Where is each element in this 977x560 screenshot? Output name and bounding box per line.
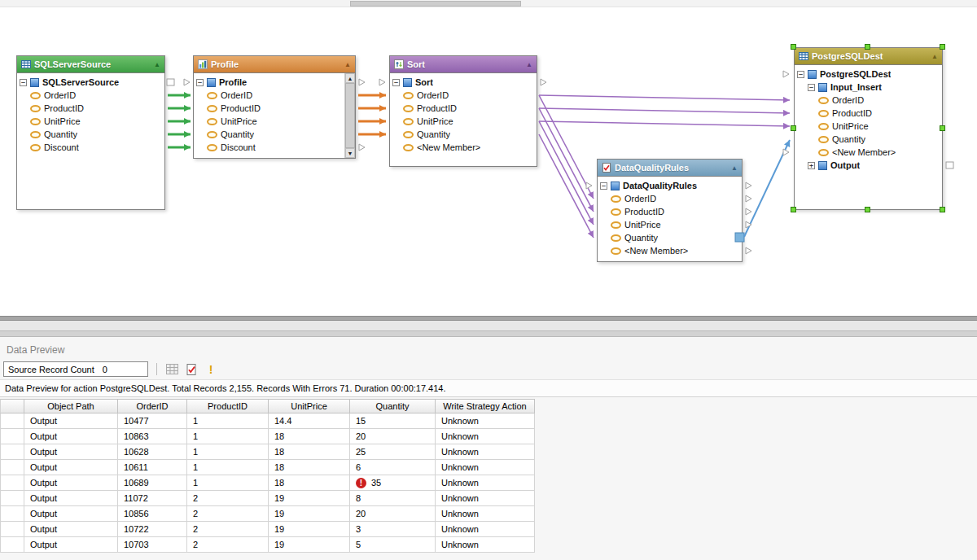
- table-cell[interactable]: Unknown: [436, 522, 535, 537]
- table-row[interactable]: Output10689118!35Unknown: [0, 475, 977, 491]
- collapse-arrow-icon[interactable]: ▲: [526, 61, 532, 68]
- table-cell[interactable]: 2: [187, 522, 269, 537]
- row-indicator-cell[interactable]: [0, 491, 24, 506]
- tree-row[interactable]: <New Member>: [598, 244, 742, 257]
- table-cell[interactable]: 2: [187, 491, 269, 506]
- table-cell[interactable]: 20: [350, 429, 436, 444]
- tree-row[interactable]: OrderID: [598, 192, 742, 205]
- scroll-up-icon[interactable]: ▲: [345, 73, 355, 83]
- table-cell[interactable]: Output: [24, 413, 118, 429]
- row-indicator-cell[interactable]: [0, 444, 24, 460]
- table-cell[interactable]: 1: [187, 429, 269, 444]
- node-header[interactable]: PostgreSQLDest ▲: [795, 48, 942, 65]
- tree-row[interactable]: UnitPrice: [390, 115, 537, 128]
- table-cell[interactable]: Unknown: [436, 506, 535, 522]
- scroll-thumb[interactable]: [345, 83, 355, 148]
- collapse-arrow-icon[interactable]: ▲: [931, 53, 938, 60]
- tree-row[interactable]: UnitPrice: [194, 115, 355, 128]
- tree-row[interactable]: OrderID: [795, 94, 942, 107]
- table-cell[interactable]: Unknown: [436, 460, 535, 475]
- node-profile[interactable]: Profile ▲ −ProfileOrderIDProductIDUnitPr…: [193, 55, 356, 159]
- table-cell[interactable]: 1: [187, 413, 269, 429]
- table-row[interactable]: Output1086311820Unknown: [0, 429, 977, 444]
- row-indicator-cell[interactable]: [0, 413, 24, 429]
- selection-handle[interactable]: [865, 207, 870, 212]
- table-cell[interactable]: 14.4: [269, 413, 350, 429]
- table-cell[interactable]: 18: [269, 475, 350, 491]
- tree-row[interactable]: <New Member>: [390, 141, 537, 154]
- grid-view-button[interactable]: [164, 361, 180, 378]
- collapse-arrow-icon[interactable]: ▲: [154, 61, 160, 68]
- collapse-box-icon[interactable]: −: [196, 79, 204, 86]
- row-indicator-cell[interactable]: [0, 506, 24, 522]
- data-quality-mode-button[interactable]: [183, 361, 199, 378]
- selection-handle[interactable]: [791, 207, 796, 212]
- tree-row[interactable]: ProductID: [598, 205, 742, 218]
- tree-row[interactable]: +Output: [795, 159, 942, 172]
- canvas-horizontal-scrollbar[interactable]: [0, 0, 977, 7]
- table-cell[interactable]: !35: [350, 475, 436, 491]
- table-cell[interactable]: 3: [350, 522, 436, 537]
- tree-row[interactable]: −DataQualityRules: [598, 179, 742, 192]
- tree-row[interactable]: UnitPrice: [17, 115, 164, 128]
- collapse-box-icon[interactable]: −: [392, 79, 400, 86]
- table-cell[interactable]: 19: [269, 522, 350, 537]
- table-cell[interactable]: Unknown: [436, 429, 535, 444]
- table-cell[interactable]: 1: [187, 475, 269, 491]
- tree-row[interactable]: UnitPrice: [795, 120, 942, 133]
- tree-row[interactable]: ProductID: [795, 107, 942, 120]
- column-header-orderid[interactable]: OrderID: [118, 399, 187, 413]
- tree-row[interactable]: Discount: [17, 141, 164, 154]
- tree-row[interactable]: −Input_Insert: [795, 81, 942, 94]
- table-cell[interactable]: 18: [269, 460, 350, 475]
- tree-row[interactable]: −Sort: [390, 76, 537, 89]
- table-cell[interactable]: 5: [350, 537, 436, 553]
- table-cell[interactable]: 10703: [118, 537, 187, 553]
- table-cell[interactable]: 10628: [118, 444, 187, 460]
- collapse-arrow-icon[interactable]: ▲: [344, 61, 351, 68]
- node-header[interactable]: DataQualityRules ▲: [598, 160, 742, 177]
- selection-handle[interactable]: [791, 125, 796, 131]
- tree-row[interactable]: UnitPrice: [598, 218, 742, 231]
- tree-row[interactable]: Quantity: [390, 128, 537, 141]
- table-cell[interactable]: Output: [24, 491, 118, 506]
- column-header-object-path[interactable]: Object Path: [24, 399, 118, 413]
- tree-row[interactable]: OrderID: [194, 89, 355, 102]
- table-cell[interactable]: 2: [187, 537, 269, 553]
- selection-handle[interactable]: [791, 44, 796, 50]
- tree-row[interactable]: Quantity: [17, 128, 164, 141]
- tree-row[interactable]: OrderID: [390, 89, 537, 102]
- table-cell[interactable]: Unknown: [436, 537, 535, 553]
- table-row[interactable]: Output107032195Unknown: [0, 537, 977, 553]
- table-row[interactable]: Output1062811825Unknown: [0, 444, 977, 460]
- table-cell[interactable]: 2: [187, 506, 269, 522]
- collapse-arrow-icon[interactable]: ▲: [731, 164, 738, 172]
- table-cell[interactable]: Unknown: [436, 444, 535, 460]
- selection-handle[interactable]: [940, 125, 945, 131]
- tree-row[interactable]: −Profile: [194, 76, 355, 89]
- table-cell[interactable]: Output: [24, 506, 118, 522]
- table-cell[interactable]: 19: [269, 491, 350, 506]
- table-cell[interactable]: 10863: [118, 429, 187, 444]
- column-header-productid[interactable]: ProductID: [187, 399, 269, 413]
- selection-handle[interactable]: [940, 207, 945, 212]
- table-row[interactable]: Output107222193Unknown: [0, 522, 977, 537]
- table-cell[interactable]: 20: [350, 506, 436, 522]
- table-cell[interactable]: 10856: [118, 506, 187, 522]
- tree-row[interactable]: OrderID: [17, 89, 164, 102]
- table-cell[interactable]: 10689: [118, 475, 187, 491]
- table-cell[interactable]: 8: [350, 491, 436, 506]
- table-cell[interactable]: 25: [350, 444, 436, 460]
- column-header-write-strategy-action[interactable]: Write Strategy Action: [436, 399, 535, 413]
- column-header-quantity[interactable]: Quantity: [350, 399, 436, 413]
- table-cell[interactable]: 15: [350, 413, 436, 429]
- table-row[interactable]: Output106111186Unknown: [0, 460, 977, 475]
- table-cell[interactable]: 10611: [118, 460, 187, 475]
- table-cell[interactable]: 10722: [118, 522, 187, 537]
- row-indicator-cell[interactable]: [0, 460, 24, 475]
- tree-row[interactable]: −PostgreSQLDest: [795, 68, 942, 81]
- scroll-down-icon[interactable]: ▼: [345, 148, 355, 158]
- node-header[interactable]: SQLServerSource ▲: [17, 56, 164, 73]
- tree-row[interactable]: ProductID: [17, 102, 164, 115]
- selection-handle[interactable]: [865, 44, 870, 50]
